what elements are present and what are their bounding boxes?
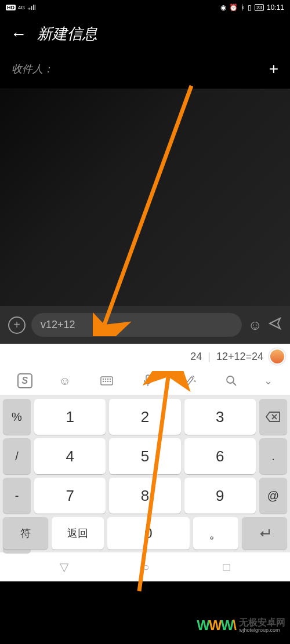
key-3[interactable]: 3 [184,399,256,435]
key-backspace[interactable] [259,399,287,435]
keyboard-tool-icon[interactable] [97,373,116,389]
svg-point-1 [103,379,103,380]
vibrate-icon: ▯ [248,3,252,12]
nav-back-icon[interactable]: ▽ [60,560,68,574]
nav-recent-icon[interactable]: □ [223,561,230,574]
message-area [0,89,290,306]
svg-rect-0 [101,377,113,385]
key-2[interactable]: 2 [109,399,180,435]
svg-point-7 [107,381,108,382]
network-type: 4G [18,5,25,10]
key-period[interactable]: . [259,438,287,474]
svg-point-8 [110,381,110,382]
collapse-keyboard-icon[interactable]: ⌄ [264,374,273,387]
alarm-icon: ⏰ [229,3,238,12]
search-tool-icon[interactable] [222,373,241,389]
message-input-row: + v12+12 ☺ [0,306,290,344]
key-6[interactable]: 6 [184,438,256,474]
battery-icon: 23 [255,4,264,11]
mic-icon[interactable] [139,373,157,389]
svg-point-2 [105,379,106,380]
key-0[interactable]: 0 [107,517,190,550]
divider: | [208,351,211,363]
key-8[interactable]: 8 [109,478,180,514]
header: ← 新建信息 [0,15,290,53]
signal-icon: ₊ıll [27,3,36,12]
recipient-row[interactable]: 收件人： + [0,53,290,89]
emoji-tool-icon[interactable]: ☺ [56,373,74,389]
eye-icon: ◉ [220,3,226,12]
key-4[interactable]: 4 [34,438,106,474]
send-icon[interactable] [268,316,282,334]
key-symbols[interactable]: 符 [3,517,48,550]
key-9[interactable]: 9 [184,478,256,514]
hd-badge: HD [6,5,16,10]
watermark-cn: 无极安卓网 [239,617,285,628]
page-title: 新建信息 [37,24,97,44]
svg-point-10 [227,376,234,383]
ime-suggestion-bar: 24 | 12+12=24 [0,344,290,369]
emoji-icon[interactable]: ☺ [248,317,262,333]
key-5[interactable]: 5 [109,438,180,474]
svg-point-5 [103,381,103,382]
watermark-en: wjhotelgroup.com [239,628,285,634]
key-minus[interactable]: - [3,478,31,514]
key-1[interactable]: 1 [34,399,106,435]
back-arrow-icon[interactable]: ← [10,25,27,43]
svg-point-4 [110,379,110,380]
edit-icon[interactable] [180,373,199,389]
watermark: WWW\ 无极安卓网 wjhotelgroup.com [197,617,285,634]
nav-home-icon[interactable]: ○ [142,561,149,574]
key-cn-period[interactable]: 。 [193,517,238,550]
message-input[interactable]: v12+12 [31,313,242,337]
key-7[interactable]: 7 [34,478,106,514]
status-bar: HD 4G ₊ıll ◉ ⏰ ᚼ ▯ 23 10:11 [0,0,290,15]
sogou-icon[interactable]: S [17,373,32,388]
ime-toolbar: S ☺ ⌄ [0,369,290,395]
key-at[interactable]: @ [259,478,287,514]
system-nav-bar: ▽ ○ □ [0,552,290,581]
ime-avatar-icon[interactable] [269,348,285,365]
add-recipient-icon[interactable]: + [269,60,278,78]
svg-rect-9 [146,375,150,382]
watermark-logo-icon: WWW\ [197,617,235,634]
key-slash[interactable]: / [3,438,31,474]
add-attachment-icon[interactable]: + [8,316,26,334]
clock: 10:11 [267,3,284,12]
key-return[interactable]: 返回 [52,517,104,550]
suggestion-equation[interactable]: 12+12=24 [216,351,263,363]
suggestion-result[interactable]: 24 [190,351,202,363]
key-percent[interactable]: % [3,399,31,435]
recipient-label: 收件人： [12,62,53,76]
svg-point-6 [105,381,106,382]
bluetooth-icon: ᚼ [241,3,245,12]
numeric-keyboard: % 1 2 3 / 4 5 6 . - 7 8 9 @ + 符 返回 0 。 [0,395,290,552]
key-enter[interactable] [242,517,287,550]
svg-point-3 [107,379,108,380]
